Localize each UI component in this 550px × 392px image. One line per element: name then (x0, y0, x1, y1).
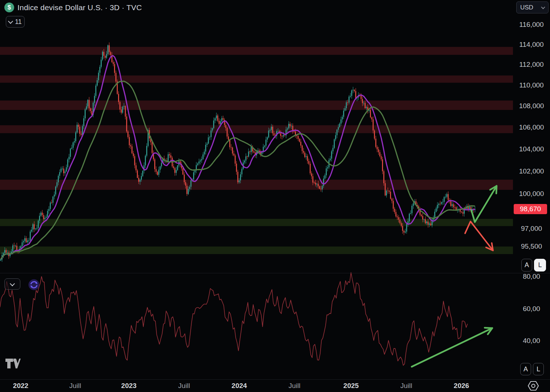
indicator-tick-label: 40,00 (513, 337, 550, 345)
dollar-circle-icon (4, 3, 14, 12)
resistance-zone (0, 180, 513, 190)
price-tick-label: 97,000 (513, 225, 550, 233)
time-axis-label: Juill (280, 382, 309, 390)
time-axis-label: 2026 (447, 382, 476, 390)
price-tick-label: 104,000 (513, 145, 550, 153)
legend-toggle-button[interactable]: 11 (6, 16, 25, 28)
resistance-zone (0, 75, 513, 83)
price-tick-label: 108,000 (513, 102, 550, 110)
price-tick-label: 100,000 (513, 190, 550, 198)
price-tick-label: 102,000 (513, 167, 550, 175)
indicator-tick-label: 60,00 (513, 305, 550, 313)
main-auto-scale-button[interactable]: A (521, 259, 532, 271)
time-axis-label: 2023 (114, 382, 143, 390)
chart-app: Indice devise Dollar U.S. · 3D · TVC 11 … (0, 0, 550, 392)
symbol-title[interactable]: Indice devise Dollar U.S. · 3D · TVC (17, 3, 142, 12)
currency-selector[interactable]: USD (516, 1, 549, 13)
panel-divider[interactable] (0, 273, 550, 273)
chevron-down-icon (8, 19, 13, 24)
indicator-log-scale-button[interactable]: L (533, 363, 544, 375)
indicator-trend-arrow-up[interactable] (412, 328, 492, 367)
indicator-tick-label: 80,00 (513, 273, 550, 281)
main-log-scale-button[interactable]: L (534, 259, 546, 271)
time-axis-label: 2025 (337, 382, 366, 390)
last-price-badge: 98,670 (514, 204, 547, 214)
price-tick-label: 110,000 (513, 81, 550, 89)
price-tick-label: 116,000 (513, 21, 550, 29)
tradingview-logo (5, 358, 21, 369)
chevron-down-icon (10, 281, 15, 286)
time-axis-label: 2024 (225, 382, 254, 390)
currency-label: USD (520, 4, 533, 11)
ma-fast-line (1, 56, 475, 260)
price-tick-label: 95,500 (513, 242, 550, 250)
resistance-zone (0, 47, 513, 55)
oscillator-line (0, 273, 468, 366)
indicator-auto-scale-button[interactable]: A (520, 363, 531, 375)
time-axis-label: Juill (392, 382, 421, 390)
price-tick-label: 112,000 (513, 61, 550, 69)
price-tick-label: 106,000 (513, 123, 550, 131)
settings-gear-icon[interactable] (527, 380, 539, 391)
indicator-collapse-button[interactable] (4, 278, 20, 290)
price-chart-canvas[interactable] (0, 0, 550, 392)
time-axis-label: Juill (170, 382, 199, 390)
symbol-header: Indice devise Dollar U.S. · 3D · TVC (4, 3, 142, 12)
refresh-icon[interactable] (28, 279, 40, 291)
resistance-zone (0, 101, 513, 110)
time-axis-label: 2022 (6, 382, 35, 390)
trend-arrow-up[interactable] (471, 186, 497, 222)
price-tick-label: 114,000 (513, 41, 550, 49)
chevron-down-icon (541, 5, 545, 9)
legend-count: 11 (15, 18, 22, 26)
time-axis-divider (0, 379, 550, 380)
time-axis-label: Juill (61, 382, 90, 390)
support-zone (0, 246, 513, 254)
